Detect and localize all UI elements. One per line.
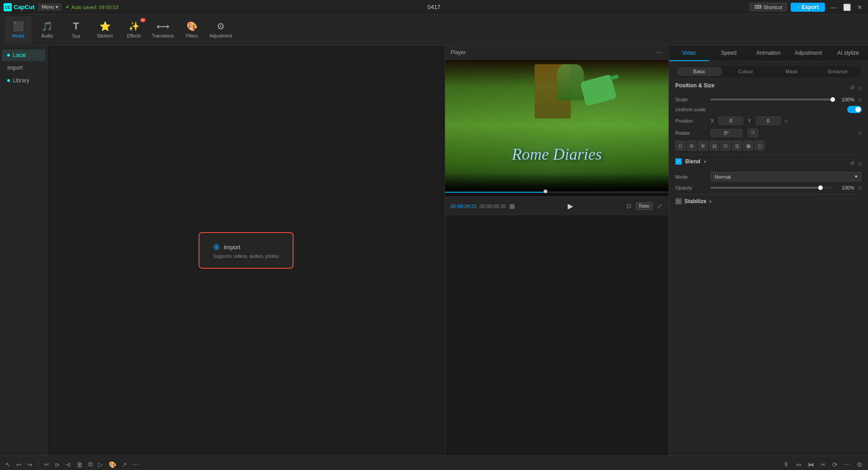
close-button[interactable]: ✕: [855, 3, 864, 12]
position-reset-icon[interactable]: ↺: [850, 85, 854, 91]
menu-label: Menu ▾: [42, 4, 58, 10]
subtab-enhance[interactable]: Enhance: [815, 67, 861, 76]
scale-value: 100%: [836, 97, 854, 102]
scale-slider[interactable]: [711, 99, 833, 100]
opacity-slider[interactable]: [711, 187, 833, 189]
tab-animation[interactable]: Animation: [749, 45, 788, 61]
trim-left-button[interactable]: ⊳: [53, 460, 62, 469]
align-left-mid[interactable]: ▤: [709, 141, 719, 151]
opacity-label: Opacity: [675, 185, 707, 190]
blend-keyframe-icon[interactable]: ◇: [858, 161, 862, 166]
opacity-keyframe-icon[interactable]: ◇: [858, 185, 862, 190]
player-more-icon[interactable]: ⋯: [656, 48, 663, 57]
transform-button[interactable]: ↗: [120, 460, 129, 469]
export-button[interactable]: ↑ Export: [791, 3, 825, 12]
rotate-direction-btn[interactable]: ↺: [748, 128, 758, 137]
blend-chevron-icon[interactable]: ▾: [704, 159, 706, 164]
undo-button[interactable]: ↩: [14, 460, 24, 469]
fullscreen-fit-button[interactable]: ⊡: [626, 202, 632, 210]
settings-button[interactable]: ⚙: [855, 460, 864, 469]
rotate-input[interactable]: [711, 129, 742, 137]
fullscreen-button[interactable]: ⤢: [656, 202, 663, 210]
media-icon: ⬛: [13, 21, 24, 32]
tool-filters[interactable]: 🎨 Filters: [178, 16, 205, 43]
mic-button[interactable]: 🎙: [782, 460, 792, 469]
tab-speed[interactable]: Speed: [709, 45, 749, 61]
shortcut-button[interactable]: ⌨ Shortcut: [749, 3, 787, 11]
subtab-mask[interactable]: Mask: [768, 67, 815, 76]
tool-adjustment[interactable]: ⚙ Adjustment: [207, 16, 234, 43]
scale-row: Scale 100% ◇: [675, 97, 862, 102]
panel-library[interactable]: Library: [2, 75, 45, 86]
speed-ramp-button[interactable]: ▷: [96, 460, 105, 469]
subtab-cutout[interactable]: Cutout: [722, 67, 768, 76]
filters-icon: 🎨: [186, 21, 198, 32]
tool-stickers[interactable]: ⭐ Stickers: [91, 16, 119, 43]
minimize-button[interactable]: —: [829, 3, 839, 12]
align-right-top[interactable]: ⊠: [698, 141, 708, 151]
timeline: ↖ ↩ ↪ ✂ ⊳ ⊲ 🗑 ⧉ ▷ 🎨 ↗ ⋯ 🎙 ⇔ ⧓ ✂ ⟳ ⋯ ⚙ T: [0, 456, 868, 470]
color-button[interactable]: 🎨: [107, 460, 118, 469]
tool-effects[interactable]: ✨ Effects 4: [120, 16, 147, 43]
play-button[interactable]: ▶: [564, 200, 577, 213]
position-keyframe-icon[interactable]: ◇: [858, 85, 862, 90]
blend-checkbox[interactable]: ✓: [675, 158, 682, 165]
cut-button[interactable]: ✂: [819, 460, 828, 469]
sub-tabs: Basic Cutout Mask Enhance: [675, 66, 862, 77]
stabilize-checkbox[interactable]: □: [675, 198, 682, 204]
unlink-button[interactable]: ⧓: [806, 460, 816, 469]
ratio-button[interactable]: Ratio: [636, 202, 653, 210]
maximize-button[interactable]: ⬜: [841, 3, 853, 12]
text-icon: T: [73, 20, 79, 32]
library-dot: [7, 79, 10, 82]
link-button[interactable]: ⇔: [794, 460, 803, 469]
panel-local[interactable]: Local: [2, 49, 45, 61]
tool-media[interactable]: ⬛ Media: [5, 16, 32, 43]
redo-button[interactable]: ↪: [25, 460, 34, 469]
timeline-toolbar: ↖ ↩ ↪ ✂ ⊳ ⊲ 🗑 ⧉ ▷ 🎨 ↗ ⋯ 🎙 ⇔ ⧓ ✂ ⟳ ⋯ ⚙: [0, 456, 868, 470]
panel-local-label: Local: [13, 52, 26, 58]
delete-button[interactable]: 🗑: [75, 460, 85, 469]
blend-reset-icon[interactable]: ↺: [850, 160, 854, 166]
copy-button[interactable]: ⧉: [86, 460, 95, 469]
subtab-basic[interactable]: Basic: [676, 67, 722, 76]
uniform-scale-toggle[interactable]: [847, 106, 862, 113]
trim-right-button[interactable]: ⊲: [64, 460, 73, 469]
menu-button[interactable]: Menu ▾: [38, 3, 62, 11]
tab-video[interactable]: Video: [669, 45, 709, 61]
scrubber-thumb: [544, 190, 547, 193]
tab-ai-stylize[interactable]: AI stylize: [828, 45, 868, 61]
toolbar: ⬛ Media 🎵 Audio T Text ⭐ Stickers ✨ Effe…: [0, 14, 868, 45]
tool-text[interactable]: T Text: [62, 16, 90, 43]
align-center-mid[interactable]: ⊟: [721, 141, 730, 151]
timeline-more-button[interactable]: ⋯: [842, 460, 852, 469]
player-scrubber[interactable]: [445, 191, 669, 194]
project-title: 0417: [427, 4, 441, 10]
rotate-keyframe-icon[interactable]: ◇: [858, 130, 862, 135]
import-box[interactable]: ⊕ Import Supports: videos, audios, photo…: [199, 232, 293, 269]
pos-x-label: X: [711, 118, 714, 123]
align-center-bot[interactable]: ◫: [754, 141, 764, 151]
panel-library-label: Library: [13, 77, 29, 84]
scale-keyframe-icon[interactable]: ◇: [858, 97, 862, 102]
align-center-top[interactable]: ⊞: [687, 141, 697, 151]
pos-y-input[interactable]: [756, 117, 781, 125]
position-keyframe-icon2[interactable]: ◇: [784, 119, 788, 123]
panel-import[interactable]: Import: [2, 62, 45, 74]
tool-audio[interactable]: 🎵 Audio: [33, 16, 61, 43]
tab-adjustment[interactable]: Adjustment: [788, 45, 828, 61]
split-button[interactable]: ✂: [42, 460, 51, 469]
loop-button[interactable]: ⟳: [830, 460, 840, 469]
tool-transitions[interactable]: ⟷ Transitions: [149, 16, 176, 43]
cursor-tool[interactable]: ↖: [4, 460, 13, 469]
pos-x-input[interactable]: [718, 117, 743, 125]
video-frame: Rome Diaries: [445, 60, 669, 191]
more-tool-button[interactable]: ⋯: [131, 460, 141, 469]
align-left-bot[interactable]: ▦: [743, 141, 753, 151]
blend-mode-select[interactable]: Normal ▾: [711, 172, 862, 181]
stabilize-chevron-icon[interactable]: ▾: [709, 199, 711, 204]
align-right-mid[interactable]: ▥: [732, 141, 742, 151]
frame-grid-button[interactable]: ▦: [508, 202, 516, 210]
import-box-label: Import: [223, 244, 240, 251]
align-left-top[interactable]: ⊡: [675, 141, 685, 151]
